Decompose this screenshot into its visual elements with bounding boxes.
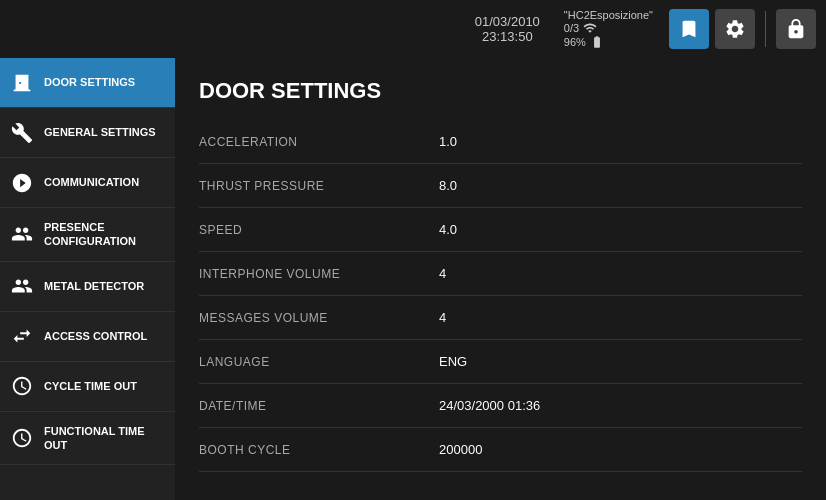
settings-row: SPEED4.0 (199, 208, 802, 252)
settings-list: ACCELERATION1.0THRUST PRESSURE8.0SPEED4.… (199, 120, 802, 472)
setting-name: MESSAGES VOLUME (199, 311, 439, 325)
setting-value: 200000 (439, 442, 482, 457)
settings-button[interactable] (715, 9, 755, 49)
setting-value: 1.0 (439, 134, 457, 149)
setting-value: 24/03/2000 01:36 (439, 398, 540, 413)
sidebar-item-door-settings[interactable]: DOOR SETTINGS (0, 58, 175, 108)
time-text: 23:13:50 (475, 29, 540, 44)
sidebar-item-communication[interactable]: COMMUNICATION (0, 158, 175, 208)
device-name: "HC2Esposizione" (564, 9, 653, 21)
sidebar-label-cycle-time-out: CYCLE TIME OUT (44, 379, 137, 393)
settings-row: THRUST PRESSURE8.0 (199, 164, 802, 208)
clock2-icon (10, 426, 34, 450)
sidebar-label-presence-configuration: PRESENCE CONFIGURATION (44, 220, 165, 249)
setting-name: BOOTH CYCLE (199, 443, 439, 457)
setting-name: THRUST PRESSURE (199, 179, 439, 193)
setting-value: 4 (439, 310, 446, 325)
setting-name: DATE/TIME (199, 399, 439, 413)
settings-row: INTERPHONE VOLUME4 (199, 252, 802, 296)
sidebar-item-access-control[interactable]: ACCESS CONTROL (0, 312, 175, 362)
people-icon (10, 222, 34, 246)
play-icon (10, 171, 34, 195)
sidebar-item-cycle-time-out[interactable]: CYCLE TIME OUT (0, 362, 175, 412)
door-icon (10, 71, 34, 95)
sidebar-label-functional-time-out: FUNCTIONAL TIME OUT (44, 424, 165, 453)
battery-status: 96% (564, 35, 653, 49)
setting-value: 4 (439, 266, 446, 281)
sidebar-label-access-control: ACCESS CONTROL (44, 329, 147, 343)
metal-detector-icon (10, 274, 34, 298)
sidebar-item-functional-time-out[interactable]: FUNCTIONAL TIME OUT (0, 412, 175, 466)
settings-row: DATE/TIME24/03/2000 01:36 (199, 384, 802, 428)
top-bar: 01/03/2010 23:13:50 "HC2Esposizione" 0/3… (0, 0, 826, 58)
arrows-icon (10, 324, 34, 348)
setting-value: 8.0 (439, 178, 457, 193)
device-status: 0/3 (564, 21, 653, 35)
setting-name: ACCELERATION (199, 135, 439, 149)
settings-row: ACCELERATION1.0 (199, 120, 802, 164)
setting-name: INTERPHONE VOLUME (199, 267, 439, 281)
lock-button[interactable] (776, 9, 816, 49)
sidebar: DOOR SETTINGS GENERAL SETTINGS COMMUNICA… (0, 58, 175, 500)
setting-name: LANGUAGE (199, 355, 439, 369)
datetime-display: 01/03/2010 23:13:50 (475, 14, 540, 44)
toolbar-divider (765, 11, 766, 47)
sidebar-item-metal-detector[interactable]: METAL DETECTOR (0, 262, 175, 312)
date-text: 01/03/2010 (475, 14, 540, 29)
device-info: "HC2Esposizione" 0/3 96% (564, 9, 653, 49)
sidebar-item-general-settings[interactable]: GENERAL SETTINGS (0, 108, 175, 158)
page-title: DOOR SETTINGS (199, 78, 802, 104)
content-area: DOOR SETTINGS ACCELERATION1.0THRUST PRES… (175, 58, 826, 500)
sidebar-label-metal-detector: METAL DETECTOR (44, 279, 144, 293)
sidebar-item-presence-configuration[interactable]: PRESENCE CONFIGURATION (0, 208, 175, 262)
sidebar-label-communication: COMMUNICATION (44, 175, 139, 189)
main-layout: DOOR SETTINGS GENERAL SETTINGS COMMUNICA… (0, 58, 826, 500)
bookmark-button[interactable] (669, 9, 709, 49)
settings-row: LANGUAGEENG (199, 340, 802, 384)
toolbar-icons (669, 9, 816, 49)
clock-icon (10, 374, 34, 398)
wrench-icon (10, 121, 34, 145)
setting-value: ENG (439, 354, 467, 369)
setting-value: 4.0 (439, 222, 457, 237)
sidebar-label-general-settings: GENERAL SETTINGS (44, 125, 156, 139)
setting-name: SPEED (199, 223, 439, 237)
sidebar-label-door-settings: DOOR SETTINGS (44, 75, 135, 89)
settings-row: MESSAGES VOLUME4 (199, 296, 802, 340)
settings-row: BOOTH CYCLE200000 (199, 428, 802, 472)
